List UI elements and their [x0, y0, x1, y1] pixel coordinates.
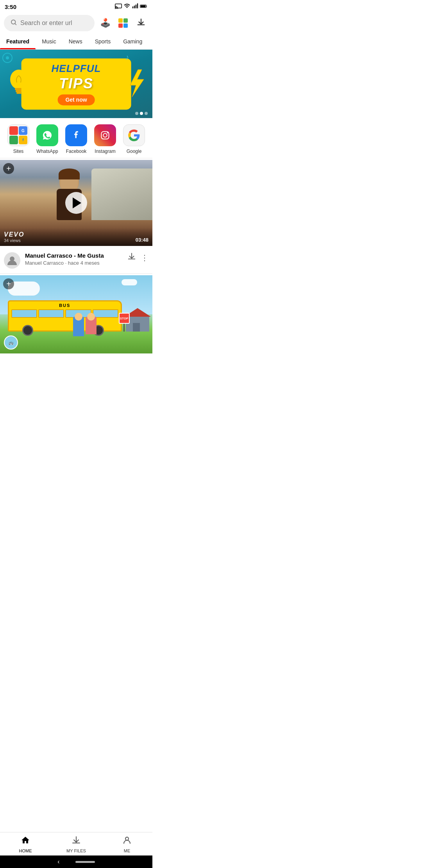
joystick-button[interactable]: 🕹️	[98, 16, 113, 30]
video-timeago-1: hace 4 meses	[68, 260, 100, 266]
tab-apps[interactable]: Apps	[148, 34, 152, 49]
app-icon-facebook[interactable]: Facebook	[64, 124, 89, 154]
video-download-button-1[interactable]	[127, 252, 136, 263]
bus-text: BUS	[59, 303, 70, 308]
instagram-label: Instagram	[95, 149, 115, 154]
characters	[73, 317, 97, 336]
cloud-2	[122, 279, 137, 285]
google-svg	[128, 129, 140, 142]
whatsapp-label: WhatsApp	[36, 149, 58, 154]
status-bar: 3:50	[0, 0, 152, 13]
video-avatar-1	[4, 252, 20, 269]
sites-piece-g: G	[19, 126, 27, 135]
banner-title-line1: HELPFUL	[52, 63, 101, 75]
video-title-1: Manuel Carrasco - Me Gusta	[25, 252, 123, 259]
search-input-wrap[interactable]	[4, 15, 95, 31]
bus-window-1	[11, 309, 37, 318]
tab-news[interactable]: News	[63, 34, 89, 49]
house-door	[133, 323, 140, 332]
video-duration-1: 03:48	[136, 237, 148, 243]
banner-dot-2	[140, 112, 143, 115]
video-separator-1: ·	[65, 260, 68, 266]
video-meta-1: Manuel Carrasco - Me Gusta Manuel Carras…	[0, 247, 152, 273]
status-time: 3:50	[5, 4, 16, 10]
instagram-svg	[99, 129, 111, 142]
svg-rect-11	[118, 23, 123, 28]
video-card-2: BUS	[0, 275, 152, 353]
app-icon-google[interactable]: Google	[122, 124, 147, 154]
battery-icon	[140, 3, 148, 10]
svg-rect-3	[134, 5, 135, 8]
stop-pole	[123, 324, 125, 332]
sites-piece-g2	[9, 136, 18, 144]
banner-content-box: HELPFUL TIPS Get now	[21, 58, 131, 109]
video-channel-1: Manuel Carrasco	[25, 260, 64, 266]
sites-label: Sites	[13, 149, 24, 154]
google-label: Google	[127, 149, 142, 154]
sites-piece-yt	[9, 126, 18, 135]
tab-sports[interactable]: Sports	[89, 34, 117, 49]
play-button-1[interactable]	[65, 192, 87, 214]
app-icon-instagram[interactable]: Instagram	[93, 124, 118, 154]
sites-piece-f: f	[19, 136, 27, 144]
apps-grid-icon	[118, 18, 129, 29]
signal-icon	[132, 3, 138, 10]
svg-rect-4	[136, 5, 136, 9]
instagram-icon-img	[94, 124, 116, 146]
svg-rect-9	[118, 18, 123, 23]
sites-icon-grid: G f	[8, 125, 29, 146]
video-more-button-1[interactable]: ⋮	[141, 253, 148, 262]
sites-icon-img: G f	[7, 124, 29, 146]
divider-1	[0, 158, 152, 158]
search-input[interactable]	[20, 20, 88, 27]
nav-tabs: Featured Music News Sports Gaming Apps	[0, 34, 152, 50]
video-overlay-1: VEVO 34 views 03:48	[0, 228, 152, 246]
svg-rect-12	[123, 23, 128, 28]
avatar-icon	[7, 255, 18, 266]
whatsapp-svg	[41, 129, 54, 142]
banner[interactable]: HELPFUL TIPS Get now ♪	[0, 50, 152, 118]
vevo-logo: VEVO	[4, 231, 24, 238]
vevo-area: VEVO 34 views	[4, 231, 24, 243]
banner-cta-button[interactable]: Get now	[57, 94, 95, 105]
app-icon-whatsapp[interactable]: WhatsApp	[35, 124, 60, 154]
svg-point-19	[6, 56, 9, 59]
video-watermark-2: 🚌	[4, 335, 18, 350]
video-thumbnail-1[interactable]: + VEVO 34 views 03:48	[0, 160, 152, 246]
film-reel-icon	[2, 52, 13, 65]
svg-rect-5	[137, 4, 138, 9]
facebook-svg	[70, 129, 82, 142]
bottom-spacer	[0, 353, 152, 385]
cast-icon	[115, 4, 122, 10]
music-note-icon: ♪	[125, 53, 129, 62]
svg-rect-7	[141, 5, 146, 7]
video-thumbnail-2[interactable]: BUS	[0, 275, 152, 353]
char-1	[73, 317, 84, 336]
app-icon-sites[interactable]: G f Sites	[6, 124, 31, 154]
tab-featured[interactable]: Featured	[0, 34, 36, 49]
download-button[interactable]	[134, 16, 148, 30]
search-icon	[10, 19, 17, 27]
tab-gaming[interactable]: Gaming	[117, 34, 148, 49]
search-bar-row: 🕹️	[0, 13, 152, 34]
banner-title-line2: TIPS	[59, 75, 93, 92]
video-add-button-1[interactable]: +	[3, 163, 14, 174]
video-add-button-2[interactable]: +	[3, 278, 14, 289]
wifi-icon	[123, 3, 131, 10]
banner-lightning-icon	[124, 68, 148, 100]
apps-grid-button[interactable]	[116, 16, 131, 30]
car-bg	[91, 169, 152, 220]
char-head-1	[75, 313, 82, 321]
download-icon	[137, 18, 145, 28]
divider-2	[0, 273, 152, 274]
bus-scene: BUS	[0, 275, 152, 353]
tab-music[interactable]: Music	[36, 34, 63, 49]
svg-point-1	[115, 8, 116, 9]
app-icons-row: G f Sites WhatsApp	[0, 118, 152, 158]
video-actions-1: ⋮	[127, 252, 148, 263]
status-icons	[115, 3, 148, 10]
play-triangle-1	[73, 197, 81, 208]
video-info-1: Manuel Carrasco - Me Gusta Manuel Carras…	[25, 252, 123, 266]
video-sub-info-1: Manuel Carrasco · hace 4 meses	[25, 260, 123, 266]
facebook-icon-img	[65, 124, 87, 146]
